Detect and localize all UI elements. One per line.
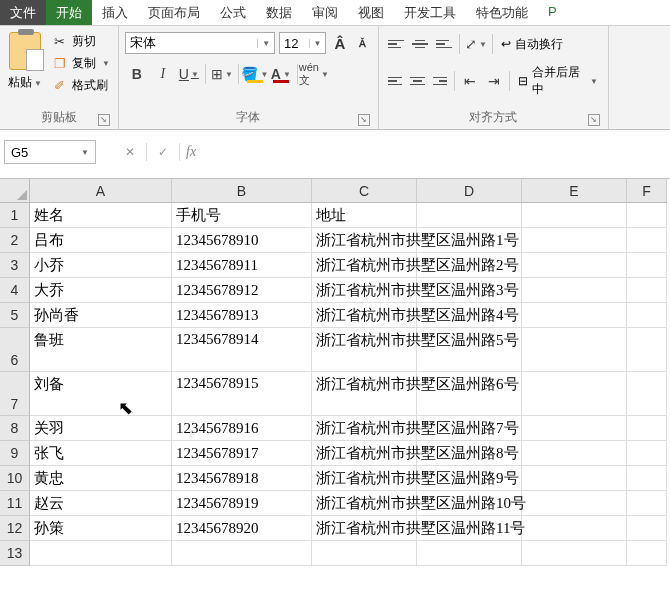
chevron-down-icon[interactable]: ▼ (260, 70, 268, 79)
cell[interactable]: 12345678918 (172, 466, 312, 491)
cell[interactable]: 浙江省杭州市拱墅区温州路7号 (312, 416, 417, 441)
orientation-button[interactable]: ⤢▼ (464, 32, 488, 56)
select-all-corner[interactable] (0, 179, 30, 203)
cell[interactable] (627, 516, 667, 541)
cell[interactable] (522, 278, 627, 303)
col-header-f[interactable]: F (627, 179, 667, 203)
chevron-down-icon[interactable]: ▼ (102, 59, 110, 68)
cell[interactable]: 吕布 (30, 228, 172, 253)
cell[interactable]: 关羽 (30, 416, 172, 441)
cell[interactable] (627, 228, 667, 253)
align-center-button[interactable] (407, 70, 428, 92)
cell[interactable]: 孙尚香 (30, 303, 172, 328)
cell[interactable] (627, 328, 667, 372)
cell[interactable]: 12345678913 (172, 303, 312, 328)
cell[interactable]: 浙江省杭州市拱墅区温州路3号 (312, 278, 417, 303)
tab-data[interactable]: 数据 (256, 0, 302, 25)
cell[interactable] (522, 416, 627, 441)
wrap-text-button[interactable]: ↩自动换行 (497, 34, 567, 55)
name-box[interactable]: G5▼ (4, 140, 96, 164)
row-header[interactable]: 10 (0, 466, 30, 491)
font-name-select[interactable]: 宋体▼ (125, 32, 275, 54)
cell[interactable]: 浙江省杭州市拱墅区温州路4号 (312, 303, 417, 328)
confirm-formula-button[interactable]: ✓ (147, 141, 179, 163)
cell[interactable]: 12345678919 (172, 491, 312, 516)
cell[interactable] (627, 372, 667, 416)
tab-page-layout[interactable]: 页面布局 (138, 0, 210, 25)
row-header[interactable]: 8 (0, 416, 30, 441)
align-top-button[interactable] (385, 33, 407, 55)
cell[interactable] (522, 516, 627, 541)
cell[interactable]: 张飞 (30, 441, 172, 466)
tab-developer[interactable]: 开发工具 (394, 0, 466, 25)
cell[interactable] (522, 491, 627, 516)
increase-indent-button[interactable]: ⇥ (483, 69, 505, 93)
cell[interactable] (522, 228, 627, 253)
formula-input[interactable] (196, 140, 670, 164)
cell[interactable]: 浙江省杭州市拱墅区温州路2号 (312, 253, 417, 278)
cell[interactable] (30, 541, 172, 566)
col-header-d[interactable]: D (417, 179, 522, 203)
tab-special[interactable]: 特色功能 (466, 0, 538, 25)
cell[interactable]: 浙江省杭州市拱墅区温州路11号 (312, 516, 417, 541)
cell[interactable] (627, 203, 667, 228)
row-header[interactable]: 7 (0, 372, 30, 416)
row-header[interactable]: 4 (0, 278, 30, 303)
row-header[interactable]: 6 (0, 328, 30, 372)
cell[interactable]: 姓名 (30, 203, 172, 228)
dialog-launcher-icon[interactable]: ↘ (98, 114, 110, 126)
cell[interactable] (417, 541, 522, 566)
chevron-down-icon[interactable]: ▼ (257, 39, 270, 48)
border-button[interactable]: ⊞▼ (210, 62, 234, 86)
italic-button[interactable]: I (151, 62, 175, 86)
tab-view[interactable]: 视图 (348, 0, 394, 25)
cell[interactable]: 刘备 (30, 372, 172, 416)
cell[interactable]: 大乔 (30, 278, 172, 303)
cell[interactable] (417, 203, 522, 228)
cell[interactable]: 12345678911 (172, 253, 312, 278)
col-header-a[interactable]: A (30, 179, 172, 203)
tab-review[interactable]: 审阅 (302, 0, 348, 25)
font-color-button[interactable]: A▼ (269, 62, 293, 86)
dialog-launcher-icon[interactable]: ↘ (358, 114, 370, 126)
row-header[interactable]: 1 (0, 203, 30, 228)
merge-center-button[interactable]: ⊟合并后居中▼ (514, 62, 602, 100)
cell[interactable] (627, 303, 667, 328)
cell[interactable] (522, 372, 627, 416)
fx-icon[interactable]: fx (186, 144, 196, 160)
cell[interactable] (522, 203, 627, 228)
col-header-e[interactable]: E (522, 179, 627, 203)
row-header[interactable]: 5 (0, 303, 30, 328)
row-header[interactable]: 11 (0, 491, 30, 516)
cell[interactable] (627, 416, 667, 441)
cell[interactable]: 浙江省杭州市拱墅区温州路10号 (312, 491, 417, 516)
tab-p[interactable]: P (538, 0, 567, 25)
chevron-down-icon[interactable]: ▼ (309, 39, 322, 48)
cell[interactable] (522, 303, 627, 328)
row-header[interactable]: 12 (0, 516, 30, 541)
cell[interactable] (522, 541, 627, 566)
cell[interactable]: 12345678912 (172, 278, 312, 303)
paste-button[interactable]: 粘贴▼ (6, 28, 44, 107)
chevron-down-icon[interactable]: ▼ (590, 77, 598, 86)
cell[interactable] (522, 253, 627, 278)
format-painter-button[interactable]: ✐格式刷 (50, 76, 112, 95)
row-header[interactable]: 3 (0, 253, 30, 278)
cell[interactable] (627, 253, 667, 278)
cell[interactable]: 12345678920 (172, 516, 312, 541)
cell[interactable]: 12345678915 (172, 372, 312, 416)
cell[interactable]: 地址 (312, 203, 417, 228)
chevron-down-icon[interactable]: ▼ (283, 70, 291, 79)
font-size-select[interactable]: 12▼ (279, 32, 326, 54)
cell[interactable]: 小乔 (30, 253, 172, 278)
cell[interactable]: 浙江省杭州市拱墅区温州路5号 (312, 328, 417, 372)
row-header[interactable]: 13 (0, 541, 30, 566)
chevron-down-icon[interactable]: ▼ (34, 79, 42, 88)
align-middle-button[interactable] (409, 33, 431, 55)
decrease-indent-button[interactable]: ⇤ (459, 69, 481, 93)
cell[interactable]: 12345678916 (172, 416, 312, 441)
cell[interactable] (627, 491, 667, 516)
phonetic-button[interactable]: wén文▼ (302, 62, 326, 86)
align-right-button[interactable] (430, 70, 451, 92)
col-header-c[interactable]: C (312, 179, 417, 203)
